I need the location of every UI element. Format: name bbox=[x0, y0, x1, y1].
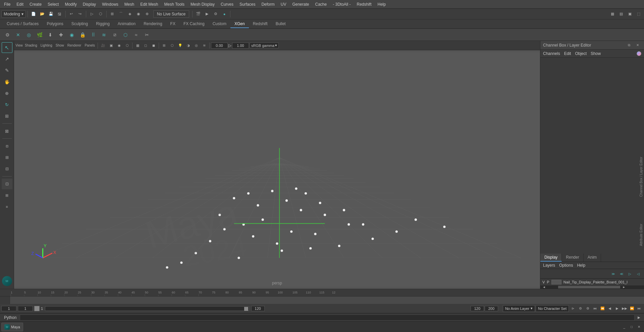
sculpt-tool-btn[interactable]: 🖐 bbox=[2, 76, 12, 87]
shadow-btn[interactable]: ◑ bbox=[184, 42, 192, 49]
shelf-btn-1[interactable]: ⊡ bbox=[2, 179, 12, 189]
menu-display[interactable]: Display bbox=[80, 1, 99, 7]
lm-help[interactable]: Help bbox=[577, 263, 585, 268]
xgen-icon-1[interactable]: ✕ bbox=[13, 30, 23, 40]
snap-point-btn[interactable]: ◈ bbox=[126, 10, 134, 18]
lm-layers[interactable]: Layers bbox=[543, 263, 555, 268]
frame-max-input[interactable] bbox=[471, 306, 484, 311]
wireframe-btn[interactable]: ▦ bbox=[134, 42, 141, 49]
layout-btn-4[interactable]: ⬚ bbox=[635, 10, 643, 18]
smooth-btn[interactable]: ◻ bbox=[142, 42, 149, 49]
menu-deform[interactable]: Deform bbox=[259, 1, 277, 7]
layer-icon-1[interactable]: ≫ bbox=[609, 270, 617, 277]
gamma-value[interactable] bbox=[232, 43, 249, 49]
menu-select[interactable]: Select bbox=[45, 1, 61, 7]
xgen-icon-10[interactable]: ⧄ bbox=[110, 30, 119, 40]
menu-create[interactable]: Create bbox=[27, 1, 44, 7]
xgen-icon-3[interactable]: 🌿 bbox=[35, 30, 44, 40]
timeline-track[interactable] bbox=[0, 296, 644, 304]
frame-end-input[interactable] bbox=[485, 306, 498, 311]
tab-xgen[interactable]: XGen bbox=[230, 20, 249, 28]
pb-play[interactable]: ▶ bbox=[614, 305, 621, 312]
script-exec-btn[interactable]: ▶ bbox=[635, 314, 643, 321]
pb-step-fwd[interactable]: ⏩ bbox=[629, 305, 635, 312]
menu-uv[interactable]: UV bbox=[278, 1, 289, 7]
vp-menu-show[interactable]: Show bbox=[54, 42, 65, 49]
pb-icon-3[interactable]: ⚙ bbox=[584, 305, 591, 312]
snap-surface-btn[interactable]: ◉ bbox=[135, 10, 143, 18]
xgen-icon-11[interactable]: ⬡ bbox=[121, 30, 130, 40]
isolate-btn[interactable]: ◉ bbox=[115, 42, 123, 49]
grid-btn[interactable]: ⊞ bbox=[160, 42, 168, 49]
pb-next-frame[interactable]: ▶▶ bbox=[621, 305, 628, 312]
start-frame-input[interactable] bbox=[18, 306, 33, 311]
colorspace-dropdown[interactable]: sRGB gamma ▾ bbox=[250, 43, 279, 48]
pb-prev-frame[interactable]: ◀ bbox=[606, 305, 613, 312]
xgen-icon-8[interactable]: ⠿ bbox=[89, 30, 98, 40]
paint-tool-btn[interactable]: ✎ bbox=[2, 65, 12, 76]
cb-menu-object[interactable]: Object bbox=[575, 51, 587, 56]
undo-btn[interactable]: ↩ bbox=[67, 10, 75, 18]
taskbar-close[interactable]: ✕ bbox=[635, 323, 643, 331]
taskbar-minimize[interactable]: _ bbox=[621, 323, 628, 331]
mode-dropdown[interactable]: Modeling ▾ bbox=[1, 10, 26, 18]
tab-animation[interactable]: Animation bbox=[114, 20, 140, 28]
layer-scrollbar[interactable]: ◄ ► bbox=[540, 285, 644, 289]
new-file-btn[interactable]: 📄 bbox=[30, 10, 38, 18]
vp-menu-shading[interactable]: Shading bbox=[23, 42, 39, 49]
taskbar-maya-btn[interactable]: M Maya bbox=[1, 323, 23, 331]
layer-tab-render[interactable]: Render bbox=[562, 254, 583, 262]
select-tool-btn[interactable]: ↖ bbox=[2, 42, 12, 53]
range-end-marker[interactable] bbox=[244, 307, 248, 311]
move-tool-btn[interactable]: ⊕ bbox=[2, 88, 12, 98]
menu-help[interactable]: Help bbox=[375, 1, 389, 7]
pb-skip-start[interactable]: ⊳ bbox=[570, 305, 576, 312]
layer-icon-3[interactable]: ▷ bbox=[626, 270, 634, 277]
timeline-frames[interactable] bbox=[10, 296, 644, 304]
attr-editor-side-tab[interactable]: Attribute Editor bbox=[639, 222, 644, 248]
script-input[interactable] bbox=[20, 315, 635, 321]
tab-fx[interactable]: FX bbox=[166, 20, 179, 28]
open-file-btn[interactable]: 📂 bbox=[38, 10, 46, 18]
menu-redshift[interactable]: Redshift bbox=[354, 1, 374, 7]
layer-tab-display[interactable]: Display bbox=[540, 254, 562, 262]
tab-custom[interactable]: Custom bbox=[209, 20, 230, 28]
vp-menu-panels[interactable]: Panels bbox=[83, 42, 96, 49]
vp-menu-renderer[interactable]: Renderer bbox=[66, 42, 83, 49]
xgen-icon-4[interactable]: ⬇ bbox=[46, 30, 55, 40]
menu-file[interactable]: File bbox=[1, 1, 13, 7]
pb-icon-2[interactable]: ⚙ bbox=[577, 305, 584, 312]
exposure-value[interactable] bbox=[211, 43, 228, 49]
scale-tool-btn[interactable]: ⊞ bbox=[2, 111, 12, 121]
menu-generate[interactable]: Generate bbox=[289, 1, 312, 7]
menu-edit[interactable]: Edit bbox=[14, 1, 26, 7]
save-as-btn[interactable]: 🖫 bbox=[56, 10, 64, 18]
shelf-btn-3[interactable]: ≡ bbox=[2, 201, 12, 212]
pb-go-start[interactable]: ⏮ bbox=[592, 305, 598, 312]
tab-polygons[interactable]: Polygons bbox=[43, 20, 67, 28]
xgen-icon-6[interactable]: ◉ bbox=[67, 30, 76, 40]
timeline-range-slider[interactable] bbox=[45, 306, 249, 311]
layer-tab-anim[interactable]: Anim bbox=[584, 254, 601, 262]
xgen-icon-9[interactable]: ≋ bbox=[99, 30, 109, 40]
snap-curve-btn[interactable]: ⌒ bbox=[117, 10, 125, 18]
range-end-input[interactable] bbox=[251, 306, 265, 311]
xgen-icon-7[interactable]: 🔒 bbox=[78, 30, 87, 40]
snap-live-btn[interactable]: ⊕ bbox=[143, 10, 151, 18]
film-btn[interactable]: ▣ bbox=[107, 42, 115, 49]
render-view-btn[interactable]: ● bbox=[220, 10, 228, 18]
grid-view-btn[interactable]: ⊟ bbox=[2, 163, 12, 174]
layer-icon-2[interactable]: ≪ bbox=[618, 270, 625, 277]
vp-menu-lighting[interactable]: Lighting bbox=[39, 42, 54, 49]
channel-box-side-tab[interactable]: Channel Box / Layer Editor bbox=[639, 155, 644, 199]
texture-btn[interactable]: ⬡ bbox=[168, 42, 176, 49]
render-btn[interactable]: 🎬 bbox=[194, 10, 202, 18]
layout-btn-3[interactable]: ▣ bbox=[626, 10, 634, 18]
scroll-left-btn[interactable]: ◄ bbox=[540, 283, 548, 289]
cam-view-btn[interactable]: ⊞ bbox=[2, 152, 12, 163]
tab-sculpting[interactable]: Sculpting bbox=[67, 20, 92, 28]
menu-mesh-display[interactable]: Mesh Display bbox=[188, 1, 217, 7]
no-live-surface[interactable]: No Live Surface bbox=[153, 10, 189, 18]
tab-fx-caching[interactable]: FX Caching bbox=[179, 20, 209, 28]
current-frame-input[interactable] bbox=[1, 306, 16, 311]
